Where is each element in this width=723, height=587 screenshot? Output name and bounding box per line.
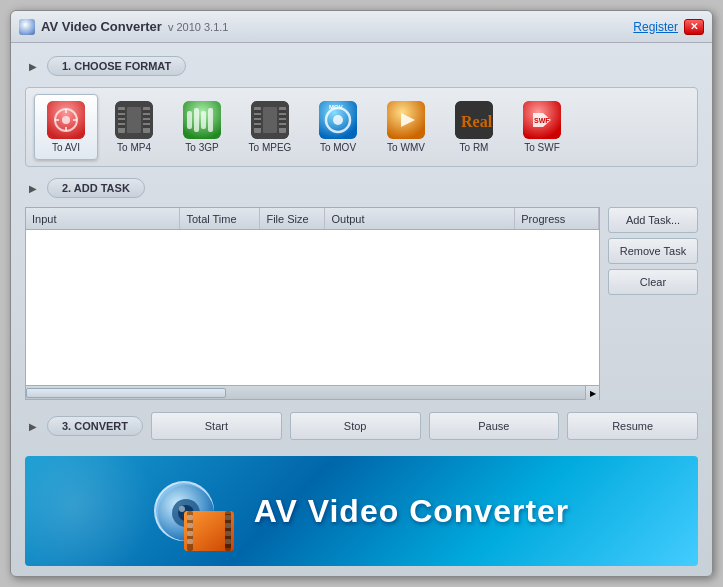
svg-rect-30 bbox=[254, 120, 261, 123]
col-progress: Progress bbox=[515, 208, 599, 229]
scroll-right-arrow-icon[interactable]: ▶ bbox=[585, 386, 599, 400]
col-total-time: Total Time bbox=[180, 208, 260, 229]
title-bar: AV Video Converter v 2010 3.1.1 Register… bbox=[11, 11, 712, 43]
close-button[interactable]: ✕ bbox=[684, 19, 704, 35]
section1-header: ▶ 1. CHOOSE FORMAT bbox=[25, 53, 698, 79]
svg-rect-29 bbox=[254, 115, 261, 118]
section2: ▶ 2. ADD TASK Input Total Time File Size… bbox=[25, 175, 698, 400]
mp4-label: To MP4 bbox=[117, 142, 151, 153]
svg-rect-28 bbox=[254, 110, 261, 113]
svg-rect-59 bbox=[225, 531, 231, 536]
svg-point-2 bbox=[62, 116, 70, 124]
resume-button[interactable]: Resume bbox=[567, 412, 698, 440]
svg-rect-14 bbox=[118, 125, 125, 128]
rm-icon: Real bbox=[455, 101, 493, 139]
register-link[interactable]: Register bbox=[633, 20, 678, 34]
svg-rect-17 bbox=[143, 120, 150, 123]
table-body bbox=[26, 230, 599, 385]
svg-rect-52 bbox=[225, 511, 231, 551]
section3-arrow-icon: ▶ bbox=[25, 418, 41, 434]
svg-rect-34 bbox=[279, 120, 286, 123]
svg-point-38 bbox=[333, 115, 343, 125]
mov-icon: MOV bbox=[319, 101, 357, 139]
main-window: AV Video Converter v 2010 3.1.1 Register… bbox=[10, 10, 713, 577]
remove-task-button[interactable]: Remove Task bbox=[608, 238, 698, 264]
svg-text:Real: Real bbox=[461, 113, 493, 130]
svg-rect-35 bbox=[279, 125, 286, 128]
svg-rect-31 bbox=[254, 125, 261, 128]
banner-title: AV Video Converter bbox=[254, 493, 570, 530]
svg-rect-33 bbox=[279, 115, 286, 118]
svg-rect-58 bbox=[225, 523, 231, 528]
logo-film bbox=[184, 511, 234, 551]
rm-label: To RM bbox=[460, 142, 489, 153]
scrollbar-area[interactable]: ▶ bbox=[25, 386, 600, 400]
svg-rect-20 bbox=[187, 111, 192, 129]
svg-rect-54 bbox=[187, 523, 193, 528]
app-title: AV Video Converter bbox=[41, 19, 162, 34]
format-btn-mp4[interactable]: To MP4 bbox=[102, 95, 166, 159]
format-btn-swf[interactable]: SWF To SWF bbox=[510, 95, 574, 159]
svg-rect-53 bbox=[187, 515, 193, 520]
col-input: Input bbox=[26, 208, 180, 229]
banner-logo bbox=[154, 471, 234, 551]
svg-text:SWF: SWF bbox=[534, 117, 550, 124]
section2-arrow-icon: ▶ bbox=[25, 180, 41, 196]
mpeg-label: To MPEG bbox=[249, 142, 292, 153]
pause-button[interactable]: Pause bbox=[429, 412, 560, 440]
format-btn-rm[interactable]: Real To RM bbox=[442, 95, 506, 159]
section3-header: ▶ 3. CONVERT bbox=[25, 416, 143, 436]
svg-rect-18 bbox=[143, 125, 150, 128]
mpeg-icon bbox=[251, 101, 289, 139]
title-bar-right: Register ✕ bbox=[633, 19, 704, 35]
section1-label[interactable]: 1. CHOOSE FORMAT bbox=[47, 56, 186, 76]
title-bar-left: AV Video Converter v 2010 3.1.1 bbox=[19, 19, 228, 35]
svg-rect-12 bbox=[118, 115, 125, 118]
3gp-icon bbox=[183, 101, 221, 139]
svg-rect-22 bbox=[201, 111, 206, 129]
svg-rect-32 bbox=[279, 110, 286, 113]
banner: AV Video Converter bbox=[25, 456, 698, 566]
start-button[interactable]: Start bbox=[151, 412, 282, 440]
svg-rect-21 bbox=[194, 108, 199, 132]
section3: ▶ 3. CONVERT Start Stop Pause Resume bbox=[25, 408, 698, 444]
section2-label[interactable]: 2. ADD TASK bbox=[47, 178, 145, 198]
clear-button[interactable]: Clear bbox=[608, 269, 698, 295]
mp4-icon bbox=[115, 101, 153, 139]
svg-rect-13 bbox=[118, 120, 125, 123]
swf-label: To SWF bbox=[524, 142, 560, 153]
scrollbar-thumb[interactable] bbox=[26, 388, 226, 398]
col-output: Output bbox=[325, 208, 515, 229]
section1-arrow-icon: ▶ bbox=[25, 58, 41, 74]
app-icon bbox=[19, 19, 35, 35]
svg-rect-15 bbox=[143, 110, 150, 113]
format-btn-mpeg[interactable]: To MPEG bbox=[238, 95, 302, 159]
svg-rect-57 bbox=[225, 515, 231, 520]
svg-rect-26 bbox=[263, 107, 277, 133]
svg-rect-56 bbox=[187, 539, 193, 544]
task-table-container: Input Total Time File Size Output Progre… bbox=[25, 207, 600, 400]
svg-rect-60 bbox=[225, 539, 231, 544]
format-btn-3gp[interactable]: To 3GP bbox=[170, 95, 234, 159]
add-task-button[interactable]: Add Task... bbox=[608, 207, 698, 233]
svg-text:MOV: MOV bbox=[329, 104, 343, 110]
task-table: Input Total Time File Size Output Progre… bbox=[25, 207, 600, 386]
format-btn-wmv[interactable]: To WMV bbox=[374, 95, 438, 159]
avi-label: To AVI bbox=[52, 142, 80, 153]
format-row: To AVI bbox=[25, 87, 698, 167]
svg-rect-55 bbox=[187, 531, 193, 536]
stop-button[interactable]: Stop bbox=[290, 412, 421, 440]
main-content: ▶ 1. CHOOSE FORMAT bbox=[11, 43, 712, 576]
task-area: Input Total Time File Size Output Progre… bbox=[25, 207, 698, 400]
avi-icon bbox=[47, 101, 85, 139]
format-btn-mov[interactable]: MOV To MOV bbox=[306, 95, 370, 159]
svg-rect-11 bbox=[118, 110, 125, 113]
svg-rect-23 bbox=[208, 108, 213, 132]
format-btn-avi[interactable]: To AVI bbox=[34, 94, 98, 160]
task-buttons: Add Task... Remove Task Clear bbox=[608, 207, 698, 400]
section3-label[interactable]: 3. CONVERT bbox=[47, 416, 143, 436]
app-version: v 2010 3.1.1 bbox=[168, 21, 229, 33]
svg-rect-16 bbox=[143, 115, 150, 118]
section2-header: ▶ 2. ADD TASK bbox=[25, 175, 698, 201]
3gp-label: To 3GP bbox=[185, 142, 218, 153]
